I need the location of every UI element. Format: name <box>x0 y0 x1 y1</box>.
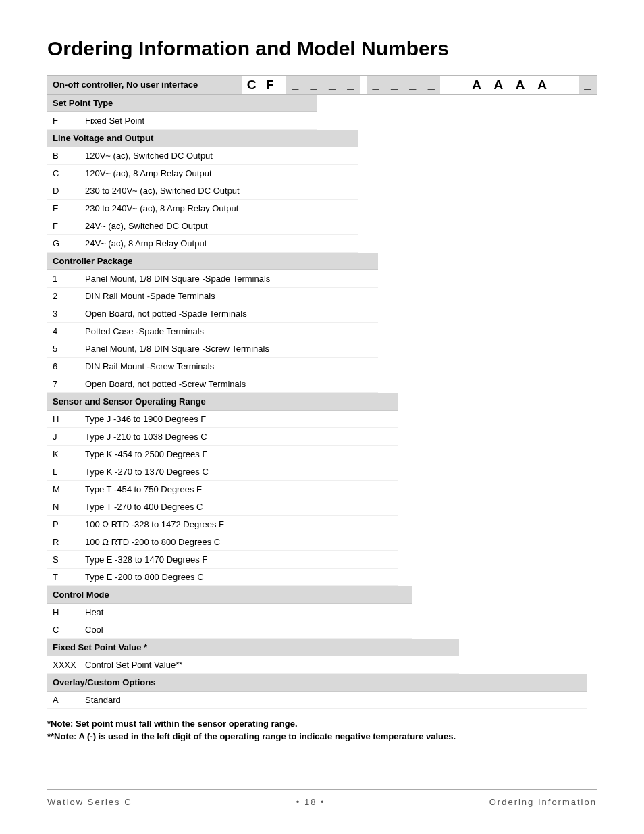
note-1: *Note: Set point must fall within the se… <box>47 719 597 729</box>
option-code: F <box>53 221 85 231</box>
option-label: Heat <box>85 607 406 617</box>
section-header: Fixed Set Point Value * <box>47 639 459 656</box>
option-code: P <box>53 519 85 529</box>
page-footer: Watlow Series C • 18 • Ordering Informat… <box>47 789 597 807</box>
model-slot: _ <box>579 76 597 94</box>
option-label: Type T -454 to 750 Degrees F <box>85 484 393 494</box>
model-slot: _ <box>422 76 440 94</box>
sections-container: Set Point TypeFFixed Set PointLine Volta… <box>47 95 597 709</box>
option-label: Panel Mount, 1/8 DIN Square -Screw Termi… <box>85 344 373 354</box>
option-label: DIN Rail Mount -Spade Terminals <box>85 291 373 301</box>
overlay-slot: A <box>511 76 529 94</box>
section: Controller Package1Panel Mount, 1/8 DIN … <box>47 253 378 393</box>
option-code: F <box>53 115 85 126</box>
option-code: C <box>53 625 85 635</box>
table-row: 7Open Board, not potted -Screw Terminals <box>47 375 378 393</box>
option-code: H <box>53 414 85 424</box>
section-header: Overlay/Custom Options <box>47 674 587 692</box>
table-row: 1Panel Mount, 1/8 DIN Square -Spade Term… <box>47 270 378 288</box>
option-label: Open Board, not potted -Spade Terminals <box>85 309 373 319</box>
option-label: Control Set Point Value** <box>85 660 454 670</box>
section-header: Set Point Type <box>47 95 317 112</box>
option-code: S <box>53 554 85 565</box>
table-row: 4Potted Case -Spade Terminals <box>47 323 378 340</box>
spacer <box>552 76 579 94</box>
option-code: J <box>53 432 85 442</box>
option-code: 7 <box>53 379 85 389</box>
overlay-slot: A <box>533 76 551 94</box>
table-row: AStandard <box>47 692 587 709</box>
table-row: HHeat <box>47 604 412 621</box>
table-row: NType T -270 to 400 Degrees C <box>47 498 398 516</box>
option-code: K <box>53 449 85 459</box>
page-title: Ordering Information and Model Numbers <box>47 37 597 60</box>
overlay-slot: A <box>467 76 485 94</box>
table-row: C120V~ (ac), 8 Amp Relay Output <box>47 165 358 182</box>
table-row: 3Open Board, not potted -Spade Terminals <box>47 305 378 323</box>
footer-page-number: • 18 • <box>296 797 325 807</box>
option-label: Open Board, not potted -Screw Terminals <box>85 379 373 389</box>
option-label: Type E -200 to 800 Degrees C <box>85 572 393 582</box>
option-label: Potted Case -Spade Terminals <box>85 326 373 336</box>
option-label: Type J -346 to 1900 Degrees F <box>85 414 393 424</box>
option-code: 2 <box>53 291 85 301</box>
table-row: MType T -454 to 750 Degrees F <box>47 481 398 498</box>
option-code: C <box>53 168 85 178</box>
option-code: 6 <box>53 361 85 371</box>
option-label: 24V~ (ac), 8 Amp Relay Output <box>85 238 352 249</box>
section-header: Sensor and Sensor Operating Range <box>47 393 398 411</box>
option-label: Type K -270 to 1370 Degrees C <box>85 467 393 477</box>
option-label: 120V~ (ac), Switched DC Output <box>85 151 352 161</box>
model-slot: _ <box>367 76 385 94</box>
option-label: Type K -454 to 2500 Degrees F <box>85 449 393 459</box>
option-label: 120V~ (ac), 8 Amp Relay Output <box>85 168 352 178</box>
table-row: 2DIN Rail Mount -Spade Terminals <box>47 288 378 305</box>
model-slot: _ <box>286 76 304 94</box>
page: Ordering Information and Model Numbers O… <box>0 0 644 834</box>
option-code: L <box>53 467 85 477</box>
table-row: B120V~ (ac), Switched DC Output <box>47 147 358 165</box>
table-row: HType J -346 to 1900 Degrees F <box>47 411 398 428</box>
option-label: Fixed Set Point <box>85 115 312 126</box>
option-code: XXXX <box>53 660 85 670</box>
option-label: Type T -270 to 400 Degrees C <box>85 502 393 512</box>
section: Sensor and Sensor Operating RangeHType J… <box>47 393 398 586</box>
table-row: JType J -210 to 1038 Degrees C <box>47 428 398 446</box>
table-row: E230 to 240V~ (ac), 8 Amp Relay Output <box>47 200 358 217</box>
option-code: B <box>53 151 85 161</box>
option-label: Panel Mount, 1/8 DIN Square -Spade Termi… <box>85 273 373 284</box>
option-code: R <box>53 537 85 547</box>
table-row: P100 Ω RTD -328 to 1472 Degrees F <box>47 516 398 533</box>
model-number-row: On-off controller, No user interface C F… <box>47 75 597 95</box>
table-row: D230 to 240V~ (ac), Switched DC Output <box>47 182 358 200</box>
section: Line Voltage and OutputB120V~ (ac), Swit… <box>47 130 358 253</box>
section-header: Line Voltage and Output <box>47 130 358 147</box>
table-row: KType K -454 to 2500 Degrees F <box>47 446 398 463</box>
section-header: Controller Package <box>47 253 378 270</box>
model-description: On-off controller, No user interface <box>47 76 242 94</box>
section-header: Control Mode <box>47 586 412 604</box>
option-label: 100 Ω RTD -328 to 1472 Degrees F <box>85 519 393 529</box>
spacer <box>279 76 286 94</box>
option-label: DIN Rail Mount -Screw Terminals <box>85 361 373 371</box>
note-2: **Note: A (-) is used in the left digit … <box>47 731 597 741</box>
option-label: Cool <box>85 625 406 635</box>
table-row: 5Panel Mount, 1/8 DIN Square -Screw Term… <box>47 340 378 358</box>
spacer <box>360 76 367 94</box>
option-label: 230 to 240V~ (ac), Switched DC Output <box>85 186 352 196</box>
table-row: CCool <box>47 621 412 639</box>
overlay-slot: A <box>489 76 508 94</box>
section: Fixed Set Point Value *XXXXControl Set P… <box>47 639 459 674</box>
option-code: T <box>53 572 85 582</box>
option-code: E <box>53 203 85 213</box>
section: Set Point TypeFFixed Set Point <box>47 95 317 130</box>
table-row: F24V~ (ac), Switched DC Output <box>47 217 358 235</box>
table-row: TType E -200 to 800 Degrees C <box>47 569 398 586</box>
option-label: Type J -210 to 1038 Degrees C <box>85 432 393 442</box>
table-row: XXXXControl Set Point Value** <box>47 656 459 674</box>
table-row: LType K -270 to 1370 Degrees C <box>47 463 398 481</box>
model-fixed-0: C <box>242 76 261 94</box>
option-code: A <box>53 695 85 705</box>
section: Control ModeHHeatCCool <box>47 586 412 639</box>
spacer <box>440 76 467 94</box>
